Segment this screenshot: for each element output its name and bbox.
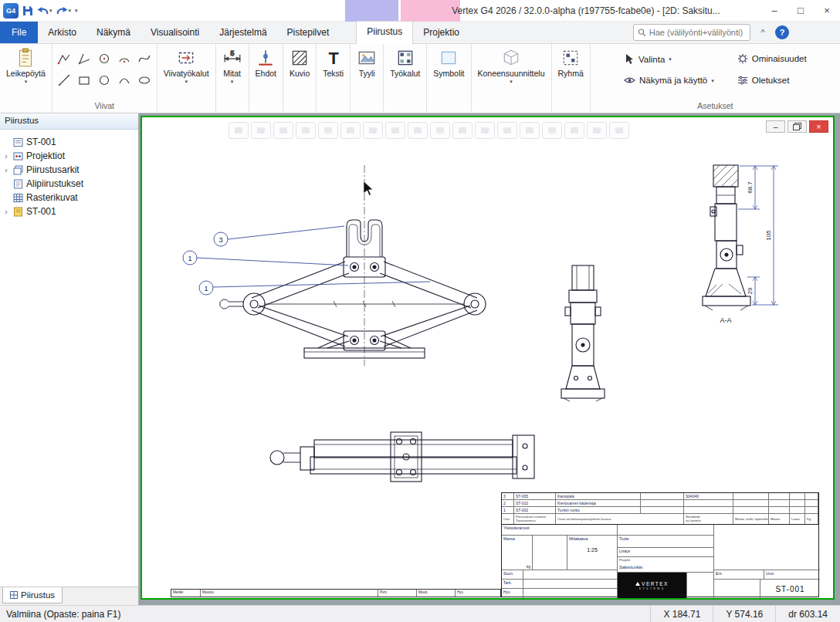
project-label-cell: Projekti	[618, 557, 714, 564]
svg-text:1: 1	[188, 255, 191, 262]
symbols-label: Symbolit	[433, 69, 464, 78]
clipboard-icon	[15, 48, 36, 68]
circle-center-icon[interactable]	[95, 48, 114, 69]
arc-icon[interactable]	[115, 69, 134, 90]
tab-arkisto[interactable]: Arkisto	[38, 22, 86, 43]
tab-pistepilvet[interactable]: Pistepilvet	[277, 22, 340, 43]
view-usage-menu[interactable]: Näkymä ja käyttö ▾	[624, 76, 714, 85]
machine-design-dropdown-icon[interactable]: ▾	[510, 79, 513, 84]
dimension-lines[interactable]: 68.7 105 29	[738, 166, 778, 305]
tree-item-piirustusarkit[interactable]: › Piirustusarkit	[0, 163, 138, 177]
mass-value-cell	[533, 536, 567, 570]
folded-view[interactable]	[270, 432, 534, 482]
line-tools-label: Viivatyökalut	[164, 69, 209, 78]
tree-item-label: Piirustusarkit	[26, 164, 80, 175]
hatch-label: Kuvio	[290, 69, 310, 78]
tab-jarjestelma[interactable]: Järjestelmä	[209, 22, 276, 43]
search-box[interactable]	[633, 24, 750, 41]
redo-dropdown-icon[interactable]: ▾	[69, 8, 72, 13]
minimize-button[interactable]: –	[761, 0, 788, 21]
circle-icon[interactable]	[95, 69, 114, 90]
constraints-label: Ehdot	[256, 69, 276, 78]
expander[interactable]: ›	[2, 152, 10, 161]
section-aa-view[interactable]: A-A	[703, 165, 750, 324]
drawing-window[interactable]: – ×	[141, 116, 835, 600]
angle-lines-icon[interactable]	[75, 48, 94, 69]
ribbon-group-viivatyokalut: Viivatyökalut ▾	[158, 44, 216, 113]
collapse-ribbon-button[interactable]: ^	[755, 25, 771, 40]
svg-text:29: 29	[747, 287, 754, 294]
subdrawings-icon	[13, 179, 23, 189]
machine-design-label: Koneensuunnittelu	[478, 69, 545, 78]
tolerance-cell: Yleistoleranssit	[502, 525, 618, 536]
svg-text:1: 1	[204, 285, 208, 292]
tab-nakyma[interactable]: Näkymä	[86, 22, 141, 43]
app-logo-icon[interactable]: G4	[3, 3, 19, 19]
defaults-button[interactable]: Oletukset	[737, 75, 807, 86]
line-tools-dropdown-icon[interactable]: ▾	[185, 79, 188, 84]
tab-file[interactable]: File	[0, 22, 38, 43]
undo-dropdown-icon[interactable]: ▾	[49, 8, 52, 13]
line-icon[interactable]	[55, 69, 74, 90]
arc-center-icon[interactable]	[115, 48, 134, 69]
tools-label: Työkalut	[390, 69, 420, 78]
document-browser-panel: Piirustus ST-001 › Projektiot › Piirustu…	[0, 113, 139, 605]
save-button[interactable]	[22, 5, 33, 16]
rectangle-icon[interactable]	[75, 69, 94, 90]
front-view[interactable]	[220, 165, 486, 366]
selection-menu[interactable]: Valinta ▾	[624, 53, 714, 65]
machine-design-button[interactable]: Koneensuunnittelu ▾	[474, 46, 549, 86]
cursor-select-icon	[624, 53, 635, 65]
ribbon-group-leikepoyta: Leikepöytä ▾	[0, 44, 52, 113]
tab-visualisointi[interactable]: Visualisointi	[141, 22, 209, 43]
ribbon-group-koneensuunnittelu: Koneensuunnittelu ▾	[472, 44, 552, 113]
expander[interactable]: ›	[2, 166, 10, 174]
tab-projektio[interactable]: Projektio	[413, 22, 469, 43]
style-button[interactable]: Tyyli	[353, 46, 381, 79]
polyline-icon[interactable]	[55, 48, 74, 69]
view-usage-dropdown-icon[interactable]: ▾	[711, 78, 714, 83]
undo-button[interactable]: ▾	[37, 6, 52, 15]
search-input[interactable]	[649, 28, 746, 37]
selection-dropdown-icon[interactable]: ▾	[669, 56, 672, 62]
tree-item-st001-model[interactable]: › ST-001	[0, 205, 138, 218]
panel-tab-piirustus[interactable]: Piirustus	[2, 587, 63, 603]
maximize-button[interactable]: □	[788, 0, 814, 21]
style-label: Tyyli	[359, 69, 375, 78]
line-tools-grid	[55, 46, 154, 90]
paste-dropdown-icon[interactable]: ▾	[25, 79, 28, 84]
customize-toolbar-icon[interactable]: ▾	[75, 8, 78, 13]
ribbon-group-ryhma: Ryhmä	[552, 44, 591, 113]
hatch-button[interactable]: Kuvio	[286, 46, 313, 79]
tree-item-projektiot[interactable]: › Projektiot	[0, 149, 138, 163]
constraints-button[interactable]: Ehdot	[252, 46, 280, 79]
ellipse-icon[interactable]	[135, 69, 154, 90]
scale-cell: Mittakaava1:25	[567, 536, 618, 570]
tree-item-label: Alipiirustukset	[26, 178, 83, 189]
tools-button[interactable]: Työkalut	[386, 46, 424, 79]
redo-button[interactable]: ▾	[56, 6, 72, 15]
spline-icon[interactable]	[135, 48, 154, 69]
dimensions-button[interactable]: 5 Mitat ▾	[218, 46, 246, 86]
line-tools-button[interactable]: Viivatyökalut ▾	[160, 46, 213, 86]
group-button[interactable]: Ryhmä	[554, 46, 588, 79]
help-button[interactable]: ?	[775, 25, 789, 39]
dimensions-dropdown-icon[interactable]: ▾	[231, 79, 234, 84]
balloon-callouts[interactable]: 3 1 1	[183, 226, 430, 295]
tab-piirustus-active[interactable]: Piirustus	[356, 21, 413, 44]
expander[interactable]: ›	[2, 208, 10, 216]
properties-label: Ominaisuudet	[752, 54, 807, 63]
group-label-viivat: Viivat	[95, 101, 115, 112]
side-view[interactable]	[561, 265, 605, 401]
properties-button[interactable]: Ominaisuudet	[737, 53, 807, 64]
close-button[interactable]: ×	[814, 0, 840, 21]
text-button[interactable]: T Teksti	[319, 46, 347, 79]
redo-icon	[56, 6, 68, 15]
line-tools-icon	[176, 48, 196, 68]
symbols-button[interactable]: Symbolit	[429, 46, 468, 79]
tree-item-st001-sheet[interactable]: ST-001	[0, 135, 138, 149]
tree-item-alipiirustukset[interactable]: Alipiirustukset	[0, 177, 138, 191]
paste-button[interactable]: Leikepöytä ▾	[2, 46, 49, 86]
tree-item-rasterikuvat[interactable]: Rasterikuvat	[0, 191, 138, 205]
window-title: Vertex G4 2026 / 32.0.0-alpha (r197755-f…	[417, 5, 755, 16]
